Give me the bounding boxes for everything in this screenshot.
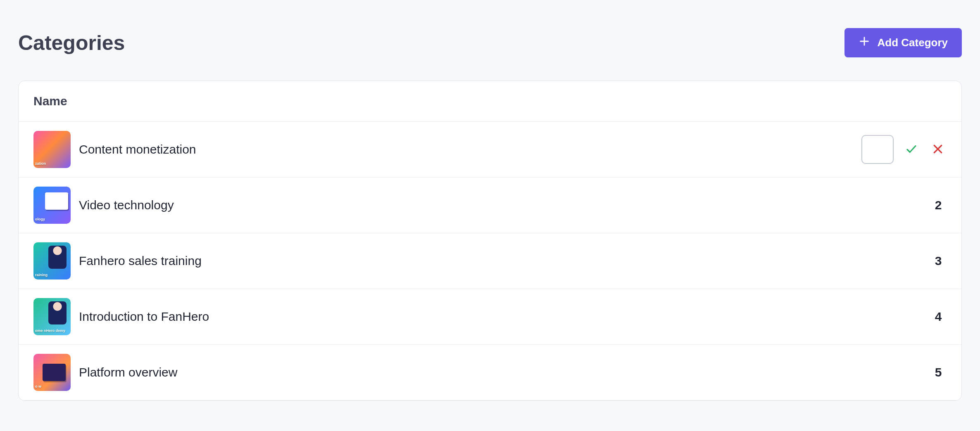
plus-icon — [859, 36, 870, 50]
row-name-cell: ologyVideo technology — [19, 178, 813, 233]
add-category-label: Add Category — [878, 36, 948, 49]
row-name-wrap: rainingFanhero sales training — [33, 242, 798, 279]
table-row[interactable]: zationContent monetization — [19, 122, 961, 178]
order-value[interactable]: 5 — [930, 365, 947, 379]
row-actions-cell: 5 — [813, 345, 961, 400]
cancel-button[interactable] — [929, 140, 947, 159]
row-actions-cell: 2 — [813, 178, 961, 233]
thumbnail-caption: ology — [35, 218, 45, 221]
categories-card: Name zationContent monetizationologyVide… — [18, 81, 962, 401]
row-name-cell: ome nHero demyIntroduction to FanHero — [19, 289, 813, 345]
row-actions-cell: 4 — [813, 289, 961, 345]
thumbnail-caption: raining — [35, 273, 48, 277]
page-title: Categories — [18, 31, 125, 55]
order-input[interactable] — [861, 135, 894, 164]
row-name-wrap: ologyVideo technology — [33, 187, 798, 224]
order-value[interactable]: 3 — [930, 254, 947, 268]
row-name-cell: o wPlatform overview — [19, 345, 813, 400]
row-name-cell: zationContent monetization — [19, 122, 813, 178]
row-name-wrap: o wPlatform overview — [33, 354, 798, 391]
add-category-button[interactable]: Add Category — [844, 28, 962, 57]
category-thumbnail: o w — [33, 354, 71, 391]
order-value[interactable]: 2 — [930, 198, 947, 212]
order-edit-wrap — [861, 135, 947, 164]
categories-table: Name zationContent monetizationologyVide… — [19, 81, 961, 400]
row-name-cell: rainingFanhero sales training — [19, 233, 813, 289]
category-thumbnail: zation — [33, 131, 71, 168]
row-actions-cell — [813, 122, 961, 178]
category-name: Platform overview — [79, 365, 177, 379]
thumbnail-caption: ome nHero demy — [35, 329, 65, 333]
check-icon — [905, 143, 918, 156]
category-name: Video technology — [79, 198, 174, 212]
row-name-wrap: ome nHero demyIntroduction to FanHero — [33, 298, 798, 335]
page-header: Categories Add Category — [18, 18, 962, 81]
confirm-button[interactable] — [903, 140, 920, 159]
category-thumbnail: ome nHero demy — [33, 298, 71, 335]
categories-page: Categories Add Category Name zationConte… — [0, 0, 980, 419]
close-icon — [932, 143, 944, 156]
table-row[interactable]: ologyVideo technology2 — [19, 178, 961, 233]
column-header-actions — [813, 81, 961, 122]
category-name: Introduction to FanHero — [79, 310, 209, 324]
table-row[interactable]: o wPlatform overview5 — [19, 345, 961, 400]
category-thumbnail: ology — [33, 187, 71, 224]
category-name: Fanhero sales training — [79, 254, 202, 268]
thumbnail-caption: o w — [35, 385, 41, 388]
category-name: Content monetization — [79, 142, 196, 156]
row-name-wrap: zationContent monetization — [33, 131, 798, 168]
table-row[interactable]: ome nHero demyIntroduction to FanHero4 — [19, 289, 961, 345]
thumbnail-caption: zation — [35, 162, 46, 166]
category-thumbnail: raining — [33, 242, 71, 279]
row-actions-cell: 3 — [813, 233, 961, 289]
table-row[interactable]: rainingFanhero sales training3 — [19, 233, 961, 289]
column-header-name: Name — [19, 81, 813, 122]
order-value[interactable]: 4 — [930, 310, 947, 324]
